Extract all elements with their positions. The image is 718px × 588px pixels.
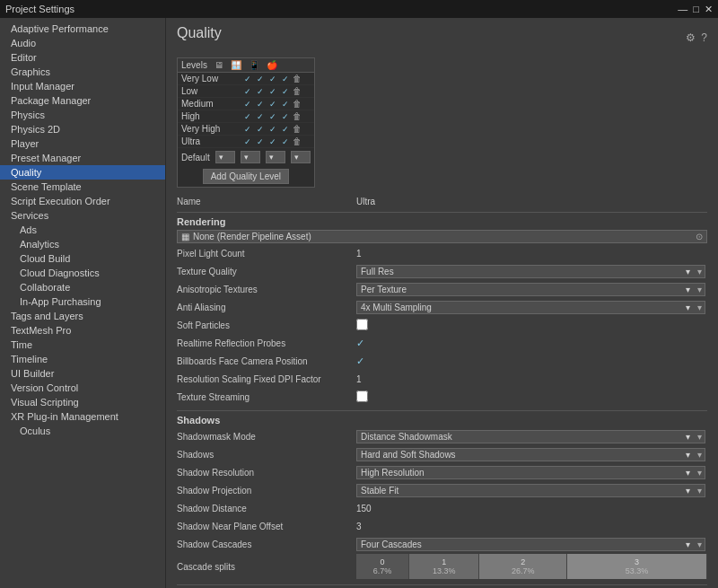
billboards-label: Billboards Face Camera Position (177, 356, 356, 366)
cascade-segment-2: 226.7% (479, 554, 567, 579)
level-row-high: High ✓✓✓✓ 🗑 (178, 110, 314, 123)
shadow-resolution-dropdown[interactable]: High Resolution ▾ (356, 466, 705, 479)
sidebar-item-graphics[interactable]: Graphics (0, 65, 165, 79)
level-checks: ✓✓✓✓ (244, 137, 289, 146)
sidebar-item-tags-and-layers[interactable]: Tags and Layers (0, 309, 165, 323)
shadow-projection-dropdown[interactable]: Stable Fit ▾ (356, 484, 705, 497)
sidebar-item-physics[interactable]: Physics (0, 108, 165, 122)
page-title: Quality (177, 25, 222, 41)
sidebar-item-package-manager[interactable]: Package Manager (0, 93, 165, 108)
anti-aliasing-dropdown[interactable]: 4x Multi Sampling ▾ (356, 301, 705, 314)
render-pipeline-label: None (Render Pipeline Asset) (193, 232, 311, 241)
level-row-very-high: Very High ✓✓✓✓ 🗑 (178, 123, 314, 136)
render-pipeline-icon: ▦ (181, 232, 189, 241)
sidebar-item-textmesh-pro[interactable]: TextMesh Pro (0, 323, 165, 338)
shadows-dropdown[interactable]: Hard and Soft Shadows ▾ (356, 448, 705, 461)
texture-streaming-label: Texture Streaming (177, 392, 356, 402)
level-check-icon: ✓ (244, 125, 251, 134)
sidebar-item-player[interactable]: Player (0, 136, 165, 151)
sidebar-item-adaptive-performance[interactable]: Adaptive Performance (0, 22, 165, 36)
anti-aliasing-row: Anti Aliasing 4x Multi Sampling ▾ (177, 299, 707, 315)
shadow-near-plane-row: Shadow Near Plane Offset 3 (177, 518, 707, 534)
default-label: Default (181, 153, 210, 162)
level-check-icon: ✓ (257, 125, 264, 134)
delete-level-icon[interactable]: 🗑 (293, 136, 302, 146)
sidebar-item-scene-template[interactable]: Scene Template (0, 180, 165, 194)
sidebar-item-time[interactable]: Time (0, 338, 165, 352)
default-desktop-dropdown[interactable]: ▾ (215, 151, 235, 163)
shadow-near-plane-label: Shadow Near Plane Offset (177, 522, 356, 531)
level-check-icon: ✓ (244, 87, 251, 96)
rendering-header: Rendering (177, 216, 707, 227)
level-row-very-low: Very Low ✓✓✓✓ 🗑 (178, 73, 314, 85)
shadow-distance-label: Shadow Distance (177, 504, 356, 513)
sidebar-item-in-app-purchasing[interactable]: In-App Purchasing (0, 294, 165, 309)
sidebar-item-cloud-build[interactable]: Cloud Build (0, 251, 165, 266)
window-title: Project Settings (5, 4, 74, 14)
name-value: Ultra (356, 197, 375, 206)
help-icon[interactable]: ? (701, 31, 707, 44)
render-pipeline-row: ▦ None (Render Pipeline Asset) ⊙ (177, 230, 707, 243)
delete-level-icon[interactable]: 🗑 (293, 74, 302, 83)
default-mobile-dropdown[interactable]: ▾ (266, 151, 285, 163)
settings-icon[interactable]: ⚙ (686, 31, 696, 44)
level-name: Very Low (181, 74, 244, 83)
platform-icons: 🖥 🪟 📱 🍎 (215, 60, 277, 70)
render-pipeline-box[interactable]: ▦ None (Render Pipeline Asset) ⊙ (177, 230, 707, 243)
texture-streaming-checkbox[interactable] (356, 391, 368, 402)
sidebar-item-timeline[interactable]: Timeline (0, 352, 165, 366)
sidebar-item-analytics[interactable]: Analytics (0, 237, 165, 251)
maximize-icon[interactable]: □ (693, 4, 699, 15)
sidebar-item-collaborate[interactable]: Collaborate (0, 280, 165, 294)
default-apple-dropdown[interactable]: ▾ (291, 151, 311, 163)
delete-level-icon[interactable]: 🗑 (293, 99, 302, 109)
level-check-icon: ✓ (269, 137, 276, 146)
billboards-row: Billboards Face Camera Position ✓ (177, 353, 707, 369)
sidebar-item-input-manager[interactable]: Input Manager (0, 79, 165, 93)
shadowmask-row: Shadowmask Mode Distance Shadowmask ▾ (177, 428, 707, 444)
level-checks: ✓✓✓✓ (244, 75, 289, 83)
level-name: Very High (181, 124, 244, 134)
sidebar-item-ui-builder[interactable]: UI Builder (0, 366, 165, 381)
realtime-reflection-row: Realtime Reflection Probes ✓ (177, 335, 707, 351)
shadowmask-dropdown[interactable]: Distance Shadowmask ▾ (356, 430, 705, 443)
level-name: Ultra (181, 136, 244, 146)
sidebar-item-editor[interactable]: Editor (0, 50, 165, 65)
texture-quality-dropdown[interactable]: Full Res ▾ (356, 265, 705, 278)
shadows-header: Shadows (177, 415, 707, 426)
sidebar-item-quality[interactable]: Quality (0, 165, 165, 180)
level-check-icon: ✓ (269, 75, 276, 83)
sidebar-item-xr-plug-in-management[interactable]: XR Plug-in Management (0, 409, 165, 424)
shadow-cascades-label: Shadow Cascades (177, 540, 356, 549)
minimize-icon[interactable]: — (678, 4, 687, 15)
anisotropic-dropdown[interactable]: Per Texture ▾ (356, 283, 705, 296)
sidebar-item-preset-manager[interactable]: Preset Manager (0, 151, 165, 165)
sidebar-item-script-execution-order[interactable]: Script Execution Order (0, 194, 165, 208)
anisotropic-label: Anisotropic Textures (177, 285, 356, 294)
close-icon[interactable]: ✕ (705, 4, 713, 15)
render-pipeline-gear-icon[interactable]: ⊙ (696, 232, 703, 241)
windows-platform-icon: 🪟 (231, 60, 241, 70)
add-quality-button[interactable]: Add Quality Level (203, 169, 289, 184)
shadow-cascades-dropdown[interactable]: Four Cascades ▾ (356, 538, 705, 551)
sidebar-item-cloud-diagnostics[interactable]: Cloud Diagnostics (0, 266, 165, 280)
shadow-resolution-label: Shadow Resolution (177, 468, 356, 478)
delete-level-icon[interactable]: 🗑 (293, 86, 302, 96)
level-row-low: Low ✓✓✓✓ 🗑 (178, 85, 314, 98)
sidebar-item-audio[interactable]: Audio (0, 36, 165, 50)
anti-aliasing-label: Anti Aliasing (177, 303, 356, 312)
sidebar-item-oculus[interactable]: Oculus (0, 424, 165, 438)
name-row: Name Ultra (177, 197, 707, 206)
level-name: Medium (181, 99, 244, 109)
level-checks: ✓✓✓✓ (244, 125, 289, 134)
sidebar-item-ads[interactable]: Ads (0, 223, 165, 237)
soft-particles-checkbox[interactable] (356, 319, 368, 330)
sidebar-item-visual-scripting[interactable]: Visual Scripting (0, 395, 165, 409)
delete-level-icon[interactable]: 🗑 (293, 124, 302, 134)
sidebar-item-services[interactable]: Services (0, 208, 165, 223)
delete-level-icon[interactable]: 🗑 (293, 111, 302, 121)
anisotropic-row: Anisotropic Textures Per Texture ▾ (177, 281, 707, 297)
sidebar-item-version-control[interactable]: Version Control (0, 381, 165, 395)
sidebar-item-physics-2d[interactable]: Physics 2D (0, 122, 165, 136)
default-windows-dropdown[interactable]: ▾ (241, 151, 260, 163)
